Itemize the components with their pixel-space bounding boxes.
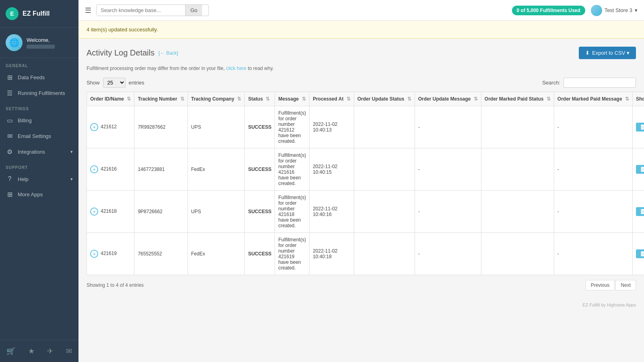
back-link[interactable]: [← Back] (159, 50, 178, 56)
cell-message: Fulfillment(s) for order number 421618 h… (275, 191, 310, 233)
cell-order-update-message: - (415, 106, 481, 148)
col-tracking-company[interactable]: Tracking Company ⇅ (188, 92, 245, 106)
section-general: GENERAL (0, 58, 78, 70)
list-icon: ☰ (6, 89, 14, 97)
cell-tracking-company: UPS (188, 191, 245, 233)
gear-icon: ⚙ (6, 148, 14, 156)
col-order-marked-paid-status[interactable]: Order Marked Paid Status ⇅ (481, 92, 554, 106)
click-here-link[interactable]: click here (226, 66, 247, 71)
help-icon: ? (6, 175, 14, 183)
table-search-input[interactable] (564, 78, 636, 88)
view-button[interactable]: 📄 View (636, 207, 644, 216)
sidebar-item-more-apps[interactable]: ⊞ More Apps (0, 187, 78, 202)
search-go-button[interactable]: Go (185, 5, 202, 16)
topbar: ☰ Go 0 of 5,000 Fulfillments Used Test S… (78, 0, 644, 21)
mail-icon[interactable]: ✉ (63, 345, 75, 357)
sidebar-item-integrations[interactable]: ⚙ Integrations ▾ (0, 144, 78, 160)
cell-order-update-status (354, 106, 415, 148)
table-row: +421619 765525552 FedEx SUCCESS Fulfillm… (87, 233, 644, 275)
cell-order-update-status (354, 233, 415, 275)
cell-processed-at: 2022-11-02 10:40:13 (310, 106, 354, 148)
col-processed-at[interactable]: Processed At ⇅ (310, 92, 354, 106)
cell-order-update-message: - (415, 191, 481, 233)
page-header: Activity Log Details [← Back] ⬇ Export t… (87, 47, 636, 59)
cell-order-marked-paid-message: - (554, 191, 632, 233)
search-input[interactable] (97, 5, 185, 16)
sidebar-item-label: Email Settings (18, 133, 51, 139)
cell-order-marked-paid-status (481, 106, 554, 148)
file-icon: 📄 (640, 251, 644, 257)
email-icon: ✉ (6, 132, 14, 140)
cell-order-id: +421616 (87, 148, 134, 191)
export-csv-button[interactable]: ⬇ Export to CSV ▾ (579, 47, 636, 59)
col-tracking-number[interactable]: Tracking Number ⇅ (134, 92, 188, 106)
view-button[interactable]: 📄 View (636, 249, 644, 258)
main-content: ☰ Go 0 of 5,000 Fulfillments Used Test S… (78, 0, 644, 362)
table-controls: Show 25 10 50 100 entries Search: (87, 78, 636, 88)
sort-icon: ⇅ (547, 96, 551, 102)
sidebar-item-help[interactable]: ? Help ▾ (0, 171, 78, 187)
entries-select[interactable]: 25 10 50 100 (103, 78, 126, 88)
entries-label: entries (129, 80, 144, 86)
col-order-update-status[interactable]: Order Update Status ⇅ (354, 92, 415, 106)
cell-order-marked-paid-status (481, 233, 554, 275)
cell-status: SUCCESS (245, 233, 275, 275)
cell-order-id: +421612 (87, 106, 134, 148)
section-settings: SETTINGS (0, 101, 78, 113)
cell-order-update-message: - (415, 148, 481, 191)
cell-processed-at: 2022-11-02 10:40:18 (310, 233, 354, 275)
view-button[interactable]: 📄 View (636, 123, 644, 132)
sidebar-item-running-fulfillments[interactable]: ☰ Running Fulfillments (0, 85, 78, 101)
table-row: +421618 9P8726662 UPS SUCCESS Fulfillmen… (87, 191, 644, 233)
cell-tracking-number: 1467723881 (134, 148, 188, 191)
view-button[interactable]: 📄 View (636, 165, 644, 174)
next-button[interactable]: Next (615, 280, 636, 290)
file-icon: 📄 (640, 209, 644, 214)
footer-text: EZ Fulfill by Highview Apps (582, 302, 636, 307)
sort-icon: ⇅ (127, 96, 131, 102)
cell-order-update-status (354, 148, 415, 191)
menu-icon[interactable]: ☰ (85, 6, 91, 15)
send-icon[interactable]: ✈ (44, 345, 56, 357)
cell-processed-at: 2022-11-02 10:40:15 (310, 148, 354, 191)
sidebar-item-email-settings[interactable]: ✉ Email Settings (0, 128, 78, 144)
download-icon: ⬇ (585, 50, 590, 56)
cell-status: SUCCESS (245, 191, 275, 233)
sidebar-item-data-feeds[interactable]: ⊞ Data Feeds (0, 70, 78, 85)
cell-order-update-status (354, 191, 415, 233)
star-icon[interactable]: ★ (25, 345, 38, 357)
cell-shopify-request-log: 📄 View (632, 233, 644, 275)
store-selector[interactable]: Test Store 3 ▾ (591, 5, 638, 16)
success-message: 4 item(s) updated successfully. (87, 27, 158, 33)
cell-order-id: +421618 (87, 191, 134, 233)
store-avatar (591, 5, 602, 16)
expand-icon[interactable]: + (90, 165, 98, 173)
pagination: Previous Next (586, 280, 636, 290)
cart-icon[interactable]: 🛒 (3, 345, 19, 357)
success-banner: 4 item(s) updated successfully. (78, 21, 644, 39)
cell-order-marked-paid-status (481, 148, 554, 191)
page-footer: EZ Fulfill by Highview Apps (78, 298, 644, 311)
info-text: Fulfillment processing order may differ … (87, 66, 636, 71)
store-name: Test Store 3 (605, 7, 632, 13)
expand-icon[interactable]: + (90, 250, 98, 258)
search-label: Search: (542, 80, 560, 86)
cell-tracking-company: FedEx (188, 148, 245, 191)
previous-button[interactable]: Previous (586, 280, 615, 290)
col-shopify-request-log[interactable]: Shopify Request Log ⇅ (632, 92, 644, 106)
expand-icon[interactable]: + (90, 123, 98, 131)
showing-text: Showing 1 to 4 of 4 entries (87, 282, 144, 288)
col-status[interactable]: Status ⇅ (245, 92, 275, 106)
col-order-update-message[interactable]: Order Update Message ⇅ (415, 92, 481, 106)
store-chevron-icon: ▾ (635, 7, 638, 13)
sidebar-item-billing[interactable]: ▭ Billing (0, 113, 78, 128)
cell-order-id: +421619 (87, 233, 134, 275)
sort-icon: ⇅ (266, 96, 270, 102)
col-message[interactable]: Message ⇅ (275, 92, 310, 106)
cell-message: Fulfillment(s) for order number 421612 h… (275, 106, 310, 148)
col-order-id[interactable]: Order ID/Name ⇅ (87, 92, 134, 106)
col-order-marked-paid-message[interactable]: Order Marked Paid Message ⇅ (554, 92, 632, 106)
expand-icon[interactable]: + (90, 208, 98, 216)
fulfillments-badge: 0 of 5,000 Fulfillments Used (512, 6, 585, 15)
show-label: Show (87, 80, 100, 86)
